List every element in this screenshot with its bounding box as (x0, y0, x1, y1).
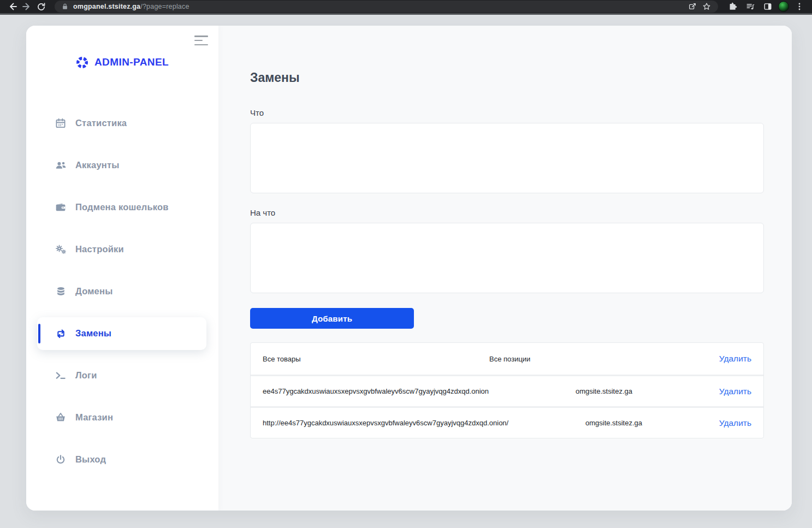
sidebar-item-wallet-substitution[interactable]: Подмена кошельков (26, 186, 218, 228)
gears-icon (55, 244, 67, 256)
wallet-icon (55, 201, 67, 213)
sidebar-item-label: Выход (75, 454, 106, 465)
sidebar-item-label: Настройки (75, 244, 124, 254)
sidebar-item-label: Логи (75, 370, 97, 381)
address-bar[interactable]: omgpanel.stsitez.ga/?page=replace (55, 1, 718, 13)
sidebar-item-shop[interactable]: Магазин (26, 396, 218, 438)
sidebar-item-replacements[interactable]: Замены (37, 317, 206, 350)
sidebar-item-statistics[interactable]: Статистика (26, 102, 218, 144)
share-icon (688, 2, 697, 11)
brand-name: ADMIN-PANEL (94, 56, 169, 68)
sidebar-item-label: Аккаунты (75, 160, 120, 170)
url-text[interactable]: omgpanel.stsitez.ga/?page=replace (73, 3, 685, 10)
back-button[interactable] (5, 0, 20, 13)
bookmark-button[interactable] (700, 0, 714, 13)
replacements-table: Все товары Все позиции Удалить ee4s77ygc… (250, 342, 764, 438)
delete-link[interactable]: Удалить (719, 418, 751, 428)
extensions-button[interactable] (726, 0, 740, 13)
toolbar-right (726, 0, 807, 13)
row-from: ee4s77ygcakdxuswiauxsxepvsxgvbfwaleyv6sc… (263, 387, 489, 395)
url-domain: omgpanel.stsitez.ga (73, 3, 140, 10)
what-label: Что (250, 108, 764, 117)
power-icon (55, 454, 67, 466)
puzzle-icon (728, 2, 737, 11)
app-card: ADMIN-PANEL Статистика (26, 26, 792, 511)
reload-icon (37, 2, 46, 11)
sidebar-item-accounts[interactable]: Аккаунты (26, 144, 218, 186)
playlist-extension-button[interactable] (743, 0, 757, 13)
forward-button[interactable] (20, 0, 34, 13)
add-button[interactable]: Добавить (250, 308, 414, 329)
what-textarea[interactable] (250, 123, 764, 193)
row-to: omgsite.stsitez.ga (576, 387, 632, 395)
delete-link[interactable]: Удалить (719, 387, 751, 396)
reload-button[interactable] (34, 0, 48, 13)
table-row: ee4s77ygcakdxuswiauxsxepvsxgvbfwaleyv6sc… (251, 375, 763, 406)
row-from: Все товары (263, 355, 301, 363)
sidebar-item-label: Статистика (75, 118, 127, 128)
browser-toolbar: omgpanel.stsitez.ga/?page=replace (0, 0, 812, 15)
to-what-textarea[interactable] (250, 223, 764, 293)
sidebar-top (26, 26, 218, 49)
playlist-icon (746, 2, 755, 11)
sidebar-item-logout[interactable]: Выход (26, 438, 218, 480)
to-what-label: На что (250, 208, 764, 217)
three-dots-icon (796, 2, 803, 11)
sidebar-nav: Статистика Аккаунты (26, 102, 218, 480)
lock-icon (61, 3, 69, 10)
delete-link[interactable]: Удалить (719, 354, 751, 364)
calendar-icon (55, 117, 67, 129)
browser-menu-button[interactable] (792, 0, 807, 13)
brand-logo-icon (76, 56, 88, 69)
side-panel-button[interactable] (761, 0, 775, 13)
back-icon (8, 2, 17, 11)
sidebar-item-label: Подмена кошельков (75, 202, 169, 212)
users-icon (55, 159, 67, 171)
main-content: Замены Что На что Добавить Все товары Вс… (218, 26, 792, 511)
repeat-icon (55, 328, 67, 340)
side-panel-icon (763, 2, 772, 11)
row-to: omgsite.stsitez.ga (585, 419, 642, 427)
sidebar-item-label: Домены (75, 286, 112, 296)
sidebar-item-settings[interactable]: Настройки (26, 228, 218, 270)
forward-icon (22, 2, 32, 11)
brand: ADMIN-PANEL (26, 54, 218, 70)
sidebar-item-logs[interactable]: Логи (26, 354, 218, 396)
page-title: Замены (250, 70, 764, 85)
page-background: ADMIN-PANEL Статистика (0, 15, 812, 526)
table-row: Все товары Все позиции Удалить (251, 343, 763, 375)
database-icon (55, 286, 67, 298)
sidebar-toggle-icon[interactable] (194, 35, 209, 45)
profile-avatar[interactable] (778, 1, 789, 12)
basket-icon (55, 412, 67, 424)
share-button[interactable] (685, 0, 700, 13)
terminal-icon (55, 370, 67, 382)
sidebar-item-label: Замены (75, 328, 111, 339)
sidebar-item-label: Магазин (75, 412, 113, 423)
url-path: /?page=replace (140, 3, 189, 10)
star-icon (702, 2, 711, 11)
sidebar-item-domains[interactable]: Домены (26, 270, 218, 312)
sidebar: ADMIN-PANEL Статистика (26, 26, 218, 511)
table-row: http://ee4s77ygcakdxuswiauxsxepvsxgvbfwa… (251, 406, 763, 438)
row-from: http://ee4s77ygcakdxuswiauxsxepvsxgvbfwa… (263, 419, 508, 427)
row-to: Все позиции (489, 355, 530, 363)
